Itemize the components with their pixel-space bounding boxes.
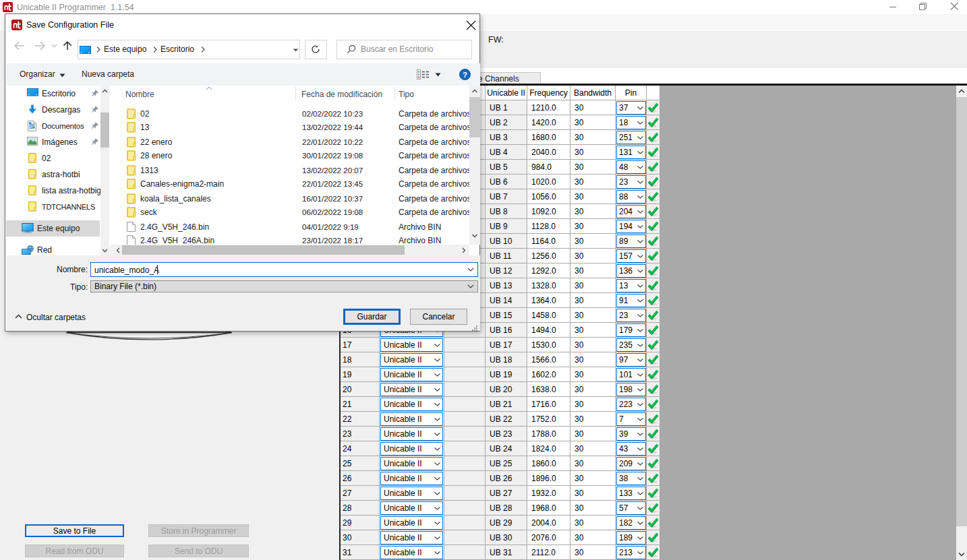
svg-text:?: ? [463,71,467,79]
